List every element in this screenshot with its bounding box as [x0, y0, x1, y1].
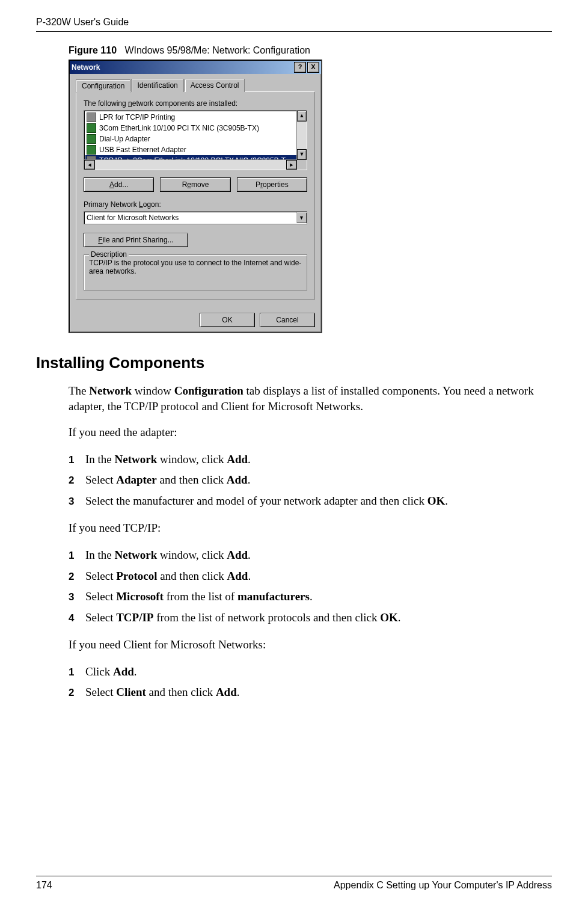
- list-item: 1In the Network window, click Add.: [69, 547, 552, 564]
- list-number: 2: [69, 685, 74, 701]
- text-run: Add: [227, 473, 248, 486]
- adapter-icon: [87, 123, 96, 133]
- text-run: In the: [85, 549, 115, 561]
- paragraph: If you need the adapter:: [69, 425, 552, 440]
- remove-button[interactable]: Remove: [160, 177, 230, 192]
- paragraph: If you need Client for Microsoft Network…: [69, 637, 552, 653]
- file-print-sharing-button[interactable]: File and Print Sharing...: [84, 233, 188, 247]
- titlebar[interactable]: Network ? X: [70, 61, 321, 74]
- cancel-button[interactable]: Cancel: [260, 313, 315, 327]
- label-part: etwork components are installed:: [132, 99, 237, 108]
- network-dialog: Network ? X Configuration Identification…: [69, 60, 322, 333]
- tab-identification[interactable]: Identification: [131, 79, 183, 92]
- label-part: F: [98, 236, 102, 244]
- scroll-corner: [297, 160, 307, 170]
- figure-caption: Figure 110 WIndows 95/98/Me: Network: Co…: [69, 45, 552, 56]
- components-label: The following network components are ins…: [84, 99, 307, 108]
- text-run: Adapter: [116, 473, 157, 486]
- text-run: OK: [380, 611, 398, 624]
- ok-button[interactable]: OK: [200, 313, 255, 327]
- list-item-label: Dial-Up Adapter: [99, 135, 150, 143]
- chevron-down-icon[interactable]: ▼: [296, 212, 307, 223]
- label-part: ogon:: [143, 200, 161, 209]
- label-part: move: [191, 180, 209, 189]
- list-item: 3Select Microsoft from the list of manuf…: [69, 588, 552, 606]
- scroll-right-icon[interactable]: ►: [286, 160, 297, 170]
- combo-value: Client for Microsoft Networks: [87, 214, 179, 222]
- tab-configuration[interactable]: Configuration: [76, 79, 130, 93]
- text-run: manufacturers: [237, 590, 310, 603]
- list-number: 2: [69, 473, 74, 488]
- section-heading: Installing Components: [36, 354, 552, 372]
- text-run: Network: [115, 453, 158, 466]
- list-item: 2Select Protocol and then click Add.: [69, 568, 552, 585]
- figure-label: Figure 110: [69, 45, 117, 55]
- list-number: 1: [69, 452, 74, 468]
- label-part: ile and Print Sharing...: [103, 236, 174, 244]
- list-item[interactable]: 3Com EtherLink 10/100 PCI TX NIC (3C905B…: [85, 123, 305, 134]
- tab-strip: Configuration Identification Access Cont…: [76, 79, 315, 92]
- paragraph: If you need TCP/IP:: [69, 520, 552, 536]
- list-item-label: 3Com EtherLink 10/100 PCI TX NIC (3C905B…: [99, 124, 259, 132]
- list-item[interactable]: LPR for TCP/IP Printing: [85, 112, 305, 123]
- paragraph: The Network window Configuration tab dis…: [69, 383, 552, 414]
- close-button[interactable]: X: [307, 62, 319, 73]
- text-run: and then click: [146, 686, 216, 698]
- scrollbar-horizontal[interactable]: ◄ ►: [84, 159, 297, 170]
- list-item-label: LPR for TCP/IP Printing: [99, 113, 175, 121]
- scroll-up-icon[interactable]: ▲: [297, 111, 307, 121]
- text-run: from the list of network protocols and t…: [153, 611, 380, 624]
- list-number: 3: [69, 589, 74, 605]
- description-groupbox: Description TCP/IP is the protocol you u…: [84, 254, 307, 291]
- text-run: Add: [216, 686, 237, 698]
- label-part: e: [187, 180, 191, 189]
- label-part: R: [182, 180, 188, 189]
- text-run: Select: [85, 611, 116, 624]
- text-run: Add: [227, 549, 248, 561]
- label-part: The following: [84, 99, 128, 108]
- guide-title: P-320W User's Guide: [36, 17, 129, 27]
- text-run: Microsoft: [116, 590, 164, 603]
- label-part: L: [139, 200, 143, 209]
- list-item-label: USB Fast Ethernet Adapter: [99, 146, 186, 154]
- label-part: n: [128, 99, 132, 108]
- text-run: Click: [85, 665, 113, 678]
- list-number: 2: [69, 569, 74, 585]
- list-number: 1: [69, 665, 74, 680]
- label-part: Primary Network: [84, 200, 139, 209]
- components-listbox[interactable]: LPR for TCP/IP Printing 3Com EtherLink 1…: [84, 110, 307, 170]
- footer-appendix: Appendix C Setting up Your Computer's IP…: [334, 880, 552, 891]
- page-header: P-320W User's Guide: [36, 17, 552, 32]
- list-item[interactable]: Dial-Up Adapter: [85, 134, 305, 144]
- text-run: Configuration: [174, 384, 243, 397]
- page-number: 174: [36, 880, 52, 891]
- text-run: from the list of: [164, 590, 237, 603]
- text-run: .: [310, 590, 313, 603]
- scrollbar-vertical[interactable]: ▲ ▼: [296, 111, 307, 160]
- primary-logon-combo[interactable]: Client for Microsoft Networks ▼: [84, 211, 307, 224]
- scroll-down-icon[interactable]: ▼: [297, 149, 307, 160]
- text-run: and then click: [157, 473, 227, 486]
- help-button[interactable]: ?: [294, 62, 306, 73]
- list-item: 3Select the manufacturer and model of yo…: [69, 493, 552, 510]
- label-part: dd...: [114, 180, 128, 189]
- text-run: .: [248, 549, 251, 561]
- text-run: .: [248, 453, 251, 466]
- add-button[interactable]: Add...: [84, 177, 154, 192]
- printer-icon: [87, 112, 96, 122]
- primary-logon-label: Primary Network Logon:: [84, 200, 307, 209]
- text-run: Add: [227, 453, 248, 466]
- text-run: Add: [113, 665, 134, 678]
- text-run: .: [248, 570, 251, 582]
- properties-button[interactable]: Properties: [237, 177, 307, 192]
- tab-access-control[interactable]: Access Control: [185, 79, 245, 92]
- text-run: .: [398, 611, 401, 624]
- list-item[interactable]: USB Fast Ethernet Adapter: [85, 144, 305, 155]
- list-item: 1In the Network window, click Add.: [69, 451, 552, 469]
- text-run: and then click: [157, 570, 227, 582]
- text-run: Select: [85, 686, 116, 698]
- text-run: Client: [116, 686, 146, 698]
- scroll-left-icon[interactable]: ◄: [84, 160, 95, 170]
- text-run: Network: [115, 549, 158, 561]
- list-number: 3: [69, 494, 74, 509]
